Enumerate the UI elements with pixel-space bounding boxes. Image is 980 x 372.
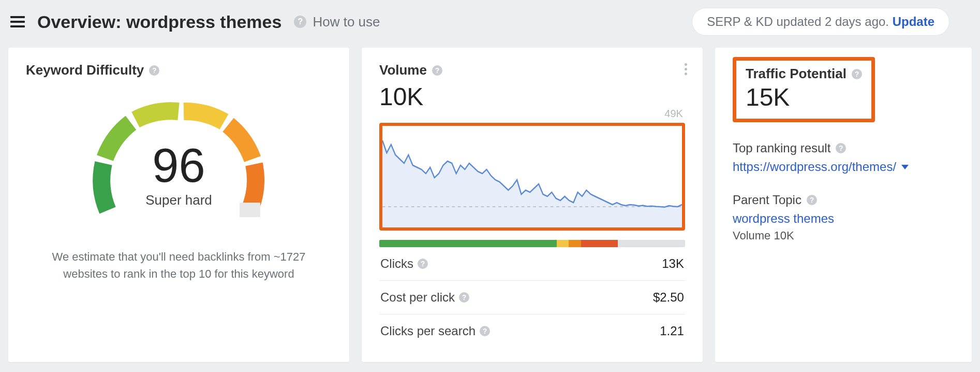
volume-value: 10K bbox=[379, 82, 685, 111]
parent-topic-label: Parent Topic bbox=[733, 193, 801, 207]
tp-title: Traffic Potential bbox=[746, 66, 847, 82]
volume-title: Volume bbox=[379, 62, 427, 78]
help-icon[interactable]: ? bbox=[480, 326, 490, 336]
chevron-down-icon[interactable] bbox=[901, 165, 909, 169]
help-icon[interactable]: ? bbox=[294, 16, 306, 28]
volume-card: Volume ? 10K 49K Clicks ? 13K Cost per c… bbox=[362, 48, 703, 362]
update-status-text: SERP & KD updated 2 days ago. bbox=[707, 15, 892, 28]
volume-trend-chart bbox=[379, 123, 685, 231]
traffic-potential-card: Traffic Potential ? 15K Top ranking resu… bbox=[715, 48, 972, 362]
keyword-difficulty-card: Keyword Difficulty ? 96 Super hard W bbox=[8, 48, 349, 362]
help-icon[interactable]: ? bbox=[459, 292, 469, 303]
kd-score-label: Super hard bbox=[75, 192, 282, 208]
volume-max-label: 49K bbox=[379, 108, 685, 120]
kd-title: Keyword Difficulty bbox=[26, 62, 144, 78]
stat-row-cpc: Cost per click ? $2.50 bbox=[379, 281, 685, 314]
help-icon[interactable]: ? bbox=[807, 195, 817, 205]
top-result-label: Top ranking result bbox=[733, 141, 830, 155]
help-icon[interactable]: ? bbox=[432, 65, 442, 76]
menu-icon[interactable] bbox=[10, 16, 25, 27]
kd-score: 96 bbox=[75, 138, 282, 193]
help-icon[interactable]: ? bbox=[149, 65, 159, 76]
tp-value: 15K bbox=[746, 83, 862, 111]
help-icon[interactable]: ? bbox=[418, 259, 428, 269]
page-title: Overview: wordpress themes bbox=[37, 12, 281, 32]
clicks-value: 13K bbox=[662, 256, 684, 271]
how-to-link[interactable]: How to use bbox=[313, 14, 380, 30]
cpc-value: $2.50 bbox=[653, 290, 684, 305]
parent-topic-link[interactable]: wordpress themes bbox=[733, 211, 834, 226]
volume-distribution-bar bbox=[379, 240, 685, 247]
help-icon[interactable]: ? bbox=[836, 143, 846, 153]
clicks-label: Clicks bbox=[380, 256, 413, 271]
more-icon[interactable] bbox=[685, 63, 687, 75]
top-result-url[interactable]: https://wordpress.org/themes/ bbox=[733, 160, 896, 174]
kd-gauge: 96 Super hard bbox=[75, 91, 282, 225]
parent-topic-volume: Volume 10K bbox=[733, 229, 954, 242]
cpc-label: Cost per click bbox=[380, 290, 455, 305]
stat-row-clicks: Clicks ? 13K bbox=[379, 247, 685, 281]
cps-value: 1.21 bbox=[660, 324, 684, 338]
kd-description: We estimate that you'll need backlinks f… bbox=[26, 248, 332, 282]
help-icon[interactable]: ? bbox=[852, 69, 862, 79]
cps-label: Clicks per search bbox=[380, 324, 476, 338]
update-pill[interactable]: SERP & KD updated 2 days ago. Update bbox=[692, 8, 949, 35]
stat-row-cps: Clicks per search ? 1.21 bbox=[379, 314, 685, 348]
update-link[interactable]: Update bbox=[893, 15, 934, 28]
traffic-potential-highlight: Traffic Potential ? 15K bbox=[733, 57, 875, 122]
